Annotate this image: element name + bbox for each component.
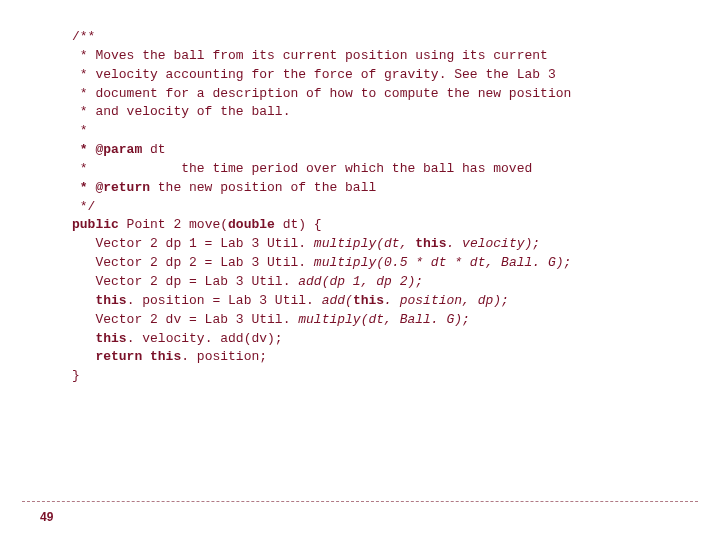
code-text: Vector 2 dv = Lab 3 Util. xyxy=(72,312,290,327)
slide: /** * Moves the ball from its current po… xyxy=(0,0,720,540)
keyword-return-this: return this xyxy=(95,349,181,364)
code-text: Vector 2 dp 1 = Lab 3 Util. xyxy=(72,236,306,251)
keyword-this: this xyxy=(95,331,126,346)
code-line: * the time period over which the ball ha… xyxy=(72,161,532,176)
code-line: * xyxy=(72,123,95,138)
code-indent xyxy=(72,293,95,308)
code-block: /** * Moves the ball from its current po… xyxy=(72,28,690,386)
keyword-this: this xyxy=(95,293,126,308)
code-line: } xyxy=(72,368,80,383)
method-call: multiply(dt, xyxy=(306,236,415,251)
code-text: dt) { xyxy=(275,217,322,232)
code-text: . position = Lab 3 Util. xyxy=(127,293,314,308)
footer-divider xyxy=(22,501,698,502)
code-text: . position; xyxy=(181,349,267,364)
method-call: multiply(dt, Ball. G); xyxy=(290,312,469,327)
code-text: . velocity. add(dv); xyxy=(127,331,283,346)
method-call: add(dp 1, dp 2); xyxy=(290,274,423,289)
keyword-this: this xyxy=(415,236,446,251)
keyword-public: public xyxy=(72,217,119,232)
code-indent xyxy=(72,349,95,364)
method-call: . velocity); xyxy=(446,236,540,251)
code-text: dt xyxy=(142,142,165,157)
method-call: . position, dp); xyxy=(384,293,509,308)
code-line: * document for a description of how to c… xyxy=(72,86,571,101)
code-line: */ xyxy=(72,199,95,214)
code-line: * velocity accounting for the force of g… xyxy=(72,67,556,82)
keyword-this: this xyxy=(353,293,384,308)
page-number: 49 xyxy=(40,509,53,526)
keyword-double: double xyxy=(228,217,275,232)
code-text: Vector 2 dp = Lab 3 Util. xyxy=(72,274,290,289)
code-text: the new position of the ball xyxy=(150,180,376,195)
code-line: * Moves the ball from its current positi… xyxy=(72,48,548,63)
code-line: * and velocity of the ball. xyxy=(72,104,290,119)
code-line: /** xyxy=(72,29,95,44)
javadoc-return-tag: * @return xyxy=(72,180,150,195)
method-call: add( xyxy=(314,293,353,308)
code-text: Point 2 move( xyxy=(119,217,228,232)
method-call: multiply(0.5 * dt * dt, Ball. G); xyxy=(306,255,571,270)
javadoc-param-tag: * @param xyxy=(72,142,142,157)
code-indent xyxy=(72,331,95,346)
code-text: Vector 2 dp 2 = Lab 3 Util. xyxy=(72,255,306,270)
